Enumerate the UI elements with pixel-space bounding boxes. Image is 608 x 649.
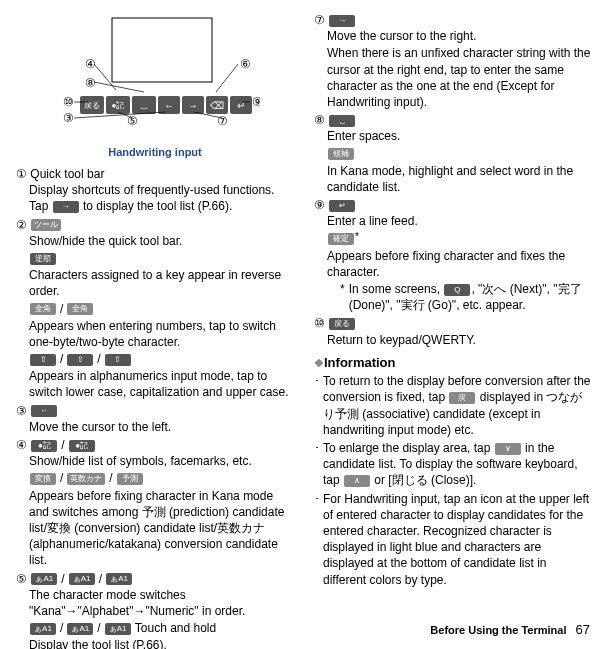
key-back-icon: 戻る [329, 318, 355, 330]
key-hold2-icon: ぁA1 [67, 623, 93, 635]
desc-2b: Characters assigned to a key appear in r… [29, 267, 294, 299]
item-4: ④ ●記/●記 Show/hide list of symbols, facem… [16, 437, 294, 569]
svg-text:⑧: ⑧ [85, 76, 96, 90]
key-yosoku-icon: 予測 [117, 473, 143, 485]
desc-9a: Enter a line feed. [327, 213, 592, 229]
svg-text:⌫: ⌫ [210, 100, 224, 111]
body-3: Move the cursor to the left. [29, 419, 294, 435]
key-left-icon: ← [31, 405, 57, 417]
svg-text:→: → [188, 100, 198, 111]
item-10: ⑩ 戻る Return to keypad/QWERTY. [314, 315, 592, 347]
info-bullet-2: ･ To enlarge the display area, tap ∨ in … [314, 440, 592, 489]
num-4: ④ [16, 438, 27, 452]
key-expand-icon: ∨ [495, 443, 521, 455]
section-title: Before Using the Terminal [430, 624, 566, 636]
key-mode1-icon: ぁA1 [31, 573, 57, 585]
num-1: ① [16, 167, 27, 181]
svg-text:③: ③ [63, 111, 74, 125]
page-footer: Before Using the Terminal 67 [430, 621, 590, 639]
key-collapse-icon: ∧ [344, 475, 370, 487]
desc-2a: Show/hide the quick tool bar. [29, 233, 294, 249]
key-reverse-icon: 逆順 [30, 253, 56, 265]
title-1: Quick tool bar [30, 167, 104, 181]
desc-2c: Appears when entering numbers, tap to sw… [29, 318, 294, 350]
desc-4b: Appears before fixing character in Kana … [29, 488, 294, 569]
svg-text:⎵: ⎵ [141, 100, 147, 111]
num-9: ⑨ [314, 198, 325, 212]
star-mark: * [355, 231, 359, 242]
svg-rect-0 [112, 18, 212, 82]
key-cand-icon: 候補 [328, 148, 354, 160]
left-column: 戻る ●記 ⎵ ← → ⌫ ↵ ④ ⑧ ⑩ ③ [16, 12, 294, 649]
svg-text:⑩: ⑩ [63, 95, 74, 109]
body-10: Return to keypad/QWERTY. [327, 332, 592, 348]
desc-5a: The character mode switches "Kana"→"Alph… [29, 587, 294, 619]
keyboard-svg: 戻る ●記 ⎵ ← → ⌫ ↵ ④ ⑧ ⑩ ③ [50, 12, 260, 137]
item-9: ⑨ ↵ Enter a line feed. 確定* Appears befor… [314, 197, 592, 313]
body-7a: Move the cursor to the right. [327, 28, 592, 44]
key-right-icon: → [329, 15, 355, 27]
footnote-9: * In some screens, Q, "次へ (Next)", "完了 (… [340, 281, 592, 313]
svg-text:←: ← [164, 100, 174, 111]
info-bullet-1: ･ To return to the display before conver… [314, 373, 592, 438]
key-mode3-icon: ぁA1 [106, 573, 132, 585]
item-8: ⑧ ⎵ Enter spaces. 候補 In Kana mode, highl… [314, 112, 592, 195]
svg-text:⑥: ⑥ [240, 57, 251, 71]
key-hold1-icon: ぁA1 [30, 623, 56, 635]
key-hold3-icon: ぁA1 [105, 623, 131, 635]
item-3: ③ ← Move the cursor to the left. [16, 403, 294, 435]
num-7: ⑦ [314, 13, 325, 27]
information-heading: ❖Information [314, 354, 592, 372]
key-enter-icon: ↵ [329, 200, 355, 212]
svg-text:⑨: ⑨ [252, 95, 261, 109]
key-emoji2-icon: ●記 [69, 440, 95, 452]
desc-2d: Appears in alphanumerics input mode, tap… [29, 368, 294, 400]
item-7: ⑦ → Move the cursor to the right. When t… [314, 12, 592, 110]
page-columns: 戻る ●記 ⎵ ← → ⌫ ↵ ④ ⑧ ⑩ ③ [0, 0, 608, 649]
key-henkan-icon: 変換 [30, 473, 56, 485]
desc-4a: Show/hide list of symbols, facemarks, et… [29, 453, 294, 469]
body-1: Display shortcuts of frequently-used fun… [29, 182, 294, 214]
key-undo-icon: 戻 [449, 392, 475, 404]
num-10: ⑩ [314, 316, 325, 330]
diamond-icon: ❖ [314, 357, 324, 369]
body-7b: When there is an unfixed character strin… [327, 45, 592, 110]
right-column: ⑦ → Move the cursor to the right. When t… [314, 12, 592, 649]
svg-line-24 [94, 82, 144, 92]
desc-8a: Enter spaces. [327, 128, 592, 144]
desc-8b: In Kana mode, highlight and select word … [327, 163, 592, 195]
key-shift1-icon: ⇧ [30, 354, 56, 366]
key-search-icon: Q [444, 284, 470, 296]
diagram-caption: Handwriting input [16, 145, 294, 160]
hold-label: Touch and hold [132, 621, 217, 635]
item-5: ⑤ ぁA1/ぁA1/ぁA1 The character mode switche… [16, 571, 294, 649]
key-eisu-icon: 英数カナ [67, 473, 105, 485]
key-emoji1-icon: ●記 [31, 440, 57, 452]
page-number: 67 [576, 622, 590, 637]
key-hankaku-icon: 全角 [67, 303, 93, 315]
desc-5b: Display the tool list (P.66). [29, 637, 294, 649]
keyboard-diagram: 戻る ●記 ⎵ ← → ⌫ ↵ ④ ⑧ ⑩ ③ [16, 12, 294, 141]
key-shift3-icon: ⇧ [105, 354, 131, 366]
desc-9b: Appears before fixing character and fixe… [327, 248, 592, 280]
key-space-icon: ⎵ [329, 115, 355, 127]
key-fix-icon: 確定 [328, 233, 354, 245]
svg-line-28 [216, 64, 238, 92]
item-1: ① Quick tool bar Display shortcuts of fr… [16, 166, 294, 215]
key-shift2-icon: ⇧ [67, 354, 93, 366]
num-8: ⑧ [314, 113, 325, 127]
key-arrow-icon: → [53, 201, 79, 213]
key-zenkaku-icon: 全角 [30, 303, 56, 315]
num-5: ⑤ [16, 572, 27, 586]
item-2: ② ツール Show/hide the quick tool bar. 逆順 C… [16, 217, 294, 401]
key-mode2-icon: ぁA1 [69, 573, 95, 585]
num-2: ② [16, 218, 27, 232]
svg-text:④: ④ [85, 57, 96, 71]
info-bullet-3: ･ For Handwriting input, tap an icon at … [314, 491, 592, 588]
svg-text:●記: ●記 [112, 101, 125, 110]
svg-text:⑦: ⑦ [217, 114, 228, 128]
num-3: ③ [16, 404, 27, 418]
key-tool-icon: ツール [31, 219, 61, 231]
